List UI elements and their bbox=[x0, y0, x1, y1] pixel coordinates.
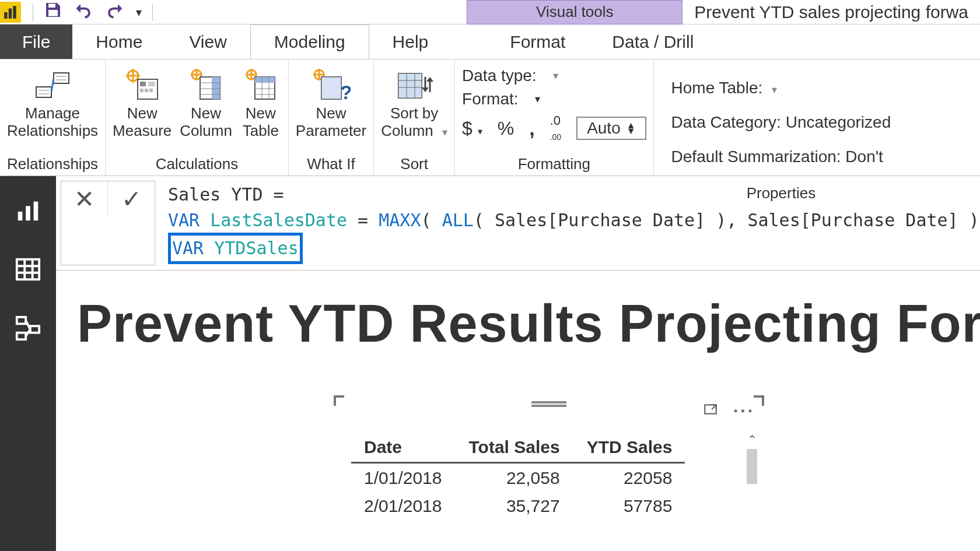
svg-line-7 bbox=[51, 79, 54, 92]
svg-rect-3 bbox=[48, 3, 55, 8]
scroll-up-icon[interactable]: ⌃ bbox=[746, 433, 758, 447]
svg-rect-53 bbox=[17, 259, 39, 280]
svg-rect-19 bbox=[145, 89, 148, 92]
model-view-icon[interactable] bbox=[15, 315, 41, 346]
report-view-icon[interactable] bbox=[15, 197, 41, 228]
data-type-dropdown[interactable]: ▾ bbox=[553, 69, 558, 82]
col-header-ytd[interactable]: YTD Sales bbox=[574, 434, 685, 461]
svg-rect-6 bbox=[54, 73, 69, 83]
new-column-label: New Column bbox=[180, 105, 232, 140]
document-title: Prevent YTD sales projecting forwa bbox=[682, 2, 980, 22]
scrollbar[interactable]: ⌃ bbox=[746, 433, 758, 520]
tab-help[interactable]: Help bbox=[369, 24, 452, 59]
svg-rect-52 bbox=[34, 202, 38, 221]
svg-rect-17 bbox=[148, 82, 155, 86]
table-row[interactable]: 1/01/2018 22,058 22058 bbox=[351, 465, 685, 492]
dax-line-3: VAR YTDSales bbox=[168, 233, 979, 264]
data-category-label[interactable]: Data Category: Uncategorized bbox=[671, 106, 891, 140]
new-table-label: New Table bbox=[243, 105, 279, 140]
svg-text:?: ? bbox=[340, 81, 351, 101]
decimal-places-stepper[interactable]: Auto ▲▼ bbox=[576, 117, 646, 140]
tab-modeling[interactable]: Modeling bbox=[250, 24, 369, 59]
svg-rect-16 bbox=[140, 82, 146, 86]
resize-handle-tl[interactable] bbox=[334, 395, 344, 406]
tab-file[interactable]: File bbox=[0, 24, 72, 59]
chevron-down-icon: ▾ bbox=[442, 127, 447, 138]
drag-handle-icon[interactable] bbox=[531, 401, 566, 407]
manage-relationships-label: Manage Relationships bbox=[7, 105, 98, 140]
dax-line-1: Sales YTD = bbox=[168, 182, 979, 208]
sort-by-column-button[interactable]: Sort by Column ▾ bbox=[381, 68, 447, 140]
cell-date: 1/01/2018 bbox=[351, 465, 454, 492]
formula-commit-button[interactable]: ✓ bbox=[108, 181, 155, 216]
new-parameter-icon: ? bbox=[311, 68, 352, 103]
format-dropdown[interactable]: ▾ bbox=[535, 93, 540, 106]
svg-rect-60 bbox=[17, 333, 26, 340]
svg-rect-5 bbox=[36, 87, 51, 97]
cell-ytd: 22058 bbox=[574, 465, 685, 492]
focus-mode-icon[interactable] bbox=[702, 401, 719, 421]
calculations-group-label: Calculations bbox=[156, 152, 239, 173]
qat-more-icon[interactable]: ▾ bbox=[136, 5, 142, 19]
more-options-icon[interactable]: ··· bbox=[733, 401, 755, 421]
resize-handle-tr[interactable] bbox=[754, 395, 764, 406]
svg-rect-51 bbox=[26, 206, 30, 220]
table-visual[interactable]: ··· ⌃ Date Total Sales YTD Sales 1/01/20… bbox=[336, 398, 762, 520]
cell-ytd: 57785 bbox=[574, 493, 685, 520]
relationships-icon bbox=[32, 68, 73, 103]
new-table-icon bbox=[240, 68, 281, 103]
svg-line-64 bbox=[712, 405, 716, 409]
data-view-icon[interactable] bbox=[15, 256, 41, 287]
currency-button[interactable]: $ ▾ bbox=[462, 118, 482, 139]
tab-data-drill[interactable]: Data / Drill bbox=[589, 24, 717, 59]
cell-total: 35,727 bbox=[456, 493, 572, 520]
tab-home[interactable]: Home bbox=[72, 24, 166, 59]
decimal-places-value: Auto bbox=[587, 119, 621, 138]
new-measure-button[interactable]: New Measure bbox=[113, 68, 172, 140]
sort-group-label: Sort bbox=[400, 152, 428, 173]
svg-rect-42 bbox=[321, 77, 341, 99]
dax-line-2: VAR LastSalesDate = MAXX( ALL( Sales[Pur… bbox=[168, 208, 979, 233]
sort-by-column-label: Sort by Column ▾ bbox=[381, 105, 447, 140]
new-measure-label: New Measure bbox=[113, 105, 172, 140]
tab-view[interactable]: View bbox=[166, 24, 250, 59]
spin-down-icon[interactable]: ▼ bbox=[626, 128, 636, 134]
tab-format[interactable]: Format bbox=[487, 24, 589, 59]
highlighted-token: VAR YTDSales bbox=[168, 233, 303, 264]
new-table-button[interactable]: New Table bbox=[240, 68, 281, 140]
format-label: Format: bbox=[462, 90, 518, 108]
scroll-thumb[interactable] bbox=[747, 449, 757, 484]
manage-relationships-button[interactable]: Manage Relationships bbox=[7, 68, 98, 140]
svg-rect-25 bbox=[212, 77, 220, 99]
new-column-button[interactable]: New Column bbox=[180, 68, 232, 140]
data-type-label: Data type: bbox=[462, 66, 537, 85]
sort-icon bbox=[394, 68, 435, 103]
save-icon[interactable] bbox=[44, 1, 62, 23]
table-row[interactable]: 2/01/2018 35,727 57785 bbox=[351, 493, 685, 520]
cell-total: 22,058 bbox=[456, 465, 572, 492]
default-summarization-label[interactable]: Default Summarization: Don't bbox=[671, 140, 891, 174]
formula-cancel-button[interactable]: ✕ bbox=[61, 181, 108, 216]
col-header-date[interactable]: Date bbox=[351, 434, 454, 461]
svg-rect-59 bbox=[30, 326, 39, 333]
percent-button[interactable]: % bbox=[498, 118, 514, 139]
col-header-total[interactable]: Total Sales bbox=[456, 434, 572, 461]
home-table-dropdown[interactable]: ▾ bbox=[772, 84, 777, 96]
svg-rect-1 bbox=[9, 8, 12, 18]
new-measure-icon bbox=[122, 68, 163, 103]
undo-icon[interactable] bbox=[73, 1, 94, 23]
decimals-icon: .0.00 bbox=[550, 113, 561, 143]
app-logo bbox=[0, 2, 21, 23]
contextual-tab-visual-tools[interactable]: Visual tools bbox=[467, 0, 682, 24]
home-table-label: Home Table: bbox=[671, 79, 763, 97]
formula-editor[interactable]: Sales YTD = VAR LastSalesDate = MAXX( AL… bbox=[160, 176, 980, 270]
svg-rect-2 bbox=[13, 6, 16, 19]
page-title: Prevent YTD Results Projecting Forw bbox=[56, 271, 980, 360]
cell-date: 2/01/2018 bbox=[351, 493, 454, 520]
whatif-group-label: What If bbox=[307, 152, 355, 173]
svg-rect-18 bbox=[140, 89, 144, 92]
redo-icon[interactable] bbox=[104, 1, 125, 23]
new-parameter-label: New Parameter bbox=[296, 105, 366, 140]
new-parameter-button[interactable]: ? New Parameter bbox=[296, 68, 366, 140]
thousands-button[interactable]: , bbox=[529, 117, 534, 140]
